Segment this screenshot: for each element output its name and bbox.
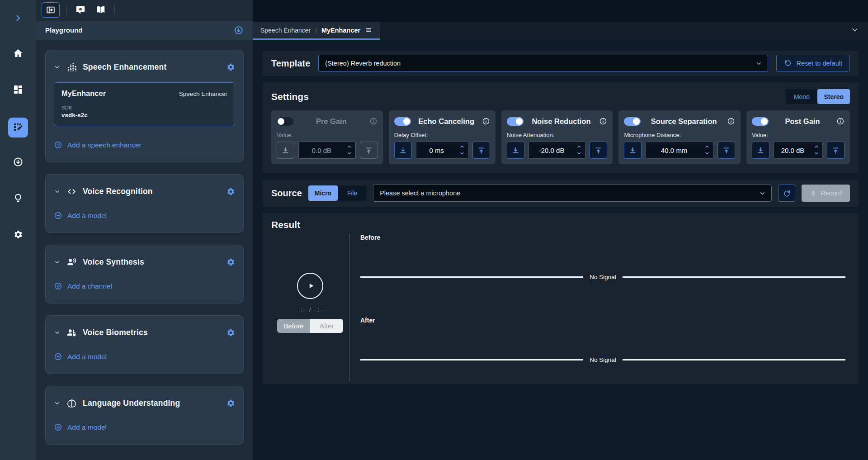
chevron-right-icon[interactable] <box>8 10 28 26</box>
chevron-down-icon[interactable] <box>54 400 61 407</box>
sidebar-section: Speech Enhancement MyEnhancer Speech Enh… <box>45 50 244 162</box>
phonetics-bubble-icon[interactable]: æ <box>74 3 87 17</box>
apply-value-button[interactable] <box>590 142 607 159</box>
apply-value-button[interactable] <box>360 142 377 159</box>
file-button[interactable]: File <box>338 185 367 201</box>
load-default-button[interactable] <box>507 142 524 159</box>
circle-download-icon[interactable] <box>8 154 28 170</box>
waveform-area: Before No Signal After No Signal <box>349 233 850 384</box>
lightbulb-icon[interactable] <box>8 190 28 206</box>
chevron-down-icon[interactable] <box>54 259 61 266</box>
add-link[interactable]: Add a model <box>54 352 107 361</box>
value-input[interactable]: 0 ms <box>416 142 468 159</box>
spinner-down-icon[interactable] <box>459 151 465 156</box>
gear-icon[interactable] <box>226 187 235 196</box>
apply-value-button[interactable] <box>717 142 735 159</box>
settings-heading: Settings <box>271 91 309 102</box>
parameter-label: Microphone Distance: <box>624 132 735 138</box>
chevron-down-icon[interactable] <box>54 188 61 195</box>
gear-icon[interactable] <box>8 226 28 242</box>
info-icon[interactable] <box>599 117 607 125</box>
record-button[interactable]: Record <box>802 185 850 202</box>
spinner-down-icon[interactable] <box>576 151 582 156</box>
spinner-down-icon[interactable] <box>814 151 819 156</box>
apply-value-button[interactable] <box>827 142 844 159</box>
info-icon[interactable] <box>482 117 490 125</box>
toggle-switch[interactable] <box>752 117 769 126</box>
spinner-up-icon[interactable] <box>459 144 465 149</box>
spinner-down-icon[interactable] <box>347 151 352 156</box>
tabs-dropdown-button[interactable] <box>842 22 868 40</box>
setting-title: Source Separation <box>645 117 722 126</box>
tab-myenhancer[interactable]: Speech Enhancer | MyEnhancer <box>253 22 380 40</box>
after-button[interactable]: After <box>310 319 343 333</box>
source-mode-toggle: Micro File <box>308 185 367 201</box>
no-signal-text: No Signal <box>590 274 616 280</box>
equalizer-icon <box>66 62 77 72</box>
info-icon[interactable] <box>369 117 377 125</box>
result-heading: Result <box>271 219 850 230</box>
home-icon[interactable] <box>8 45 28 62</box>
refresh-icon <box>783 189 791 198</box>
chevron-down-icon[interactable] <box>54 329 61 336</box>
spinner-up-icon[interactable] <box>704 144 710 149</box>
load-default-button[interactable] <box>277 142 294 159</box>
download-tray-icon <box>399 146 407 155</box>
info-icon[interactable] <box>727 117 735 125</box>
dashboard-icon[interactable] <box>8 81 28 98</box>
info-icon[interactable] <box>836 117 844 125</box>
value-input[interactable]: 0.0 dB <box>298 142 356 159</box>
gear-icon[interactable] <box>226 63 235 71</box>
hamburger-icon[interactable] <box>365 26 373 34</box>
gear-icon[interactable] <box>226 399 235 408</box>
panel-collapse-icon[interactable] <box>42 2 60 18</box>
before-button[interactable]: Before <box>277 319 310 333</box>
reset-to-default-button[interactable]: Reset to default <box>776 55 850 72</box>
mono-button[interactable]: Mono <box>786 89 817 104</box>
setting-card: Noise Reduction Noise Attenuation: -20.0… <box>501 110 613 164</box>
gear-icon[interactable] <box>226 328 235 337</box>
value-input[interactable]: -20.0 dB <box>528 142 586 159</box>
gear-icon[interactable] <box>226 258 235 266</box>
sidebar-title: Playground <box>45 26 83 34</box>
microphone-select[interactable]: Please select a microphone <box>373 185 772 202</box>
chevron-down-icon[interactable] <box>54 64 61 71</box>
load-default-button[interactable] <box>624 142 642 159</box>
spinner-up-icon[interactable] <box>576 144 582 149</box>
model-card[interactable]: MyEnhancer Speech Enhancer SDK vsdk-s2c <box>54 82 235 126</box>
microphone-icon <box>810 190 817 197</box>
play-button[interactable] <box>297 273 323 299</box>
template-select[interactable]: (Stereo) Reverb reduction <box>318 55 768 72</box>
load-default-button[interactable] <box>394 142 412 159</box>
spinner-down-icon[interactable] <box>704 151 710 156</box>
add-link[interactable]: Add a channel <box>54 282 112 290</box>
divider <box>114 5 115 15</box>
download-tray-icon <box>628 146 637 155</box>
toggle-switch[interactable] <box>624 117 641 126</box>
toggle-switch[interactable] <box>394 117 411 126</box>
add-link[interactable]: Add a model <box>54 211 107 220</box>
stereo-button[interactable]: Stereo <box>817 89 850 104</box>
top-strip <box>253 0 868 22</box>
book-open-icon[interactable] <box>94 3 108 17</box>
add-link[interactable]: Add a model <box>54 423 107 432</box>
parameter-label: Delay Offset: <box>394 132 490 138</box>
plus-circle-icon <box>54 141 62 149</box>
add-link[interactable]: Add a speech enhancer <box>54 141 142 149</box>
sidebar-header: Playground <box>36 20 253 40</box>
code-icon <box>66 186 77 197</box>
spinner-up-icon[interactable] <box>347 144 352 149</box>
load-default-button[interactable] <box>752 142 769 159</box>
circle-download-icon[interactable] <box>234 25 244 35</box>
refresh-devices-button[interactable] <box>778 185 795 202</box>
playground-icon[interactable] <box>8 118 28 138</box>
apply-value-button[interactable] <box>472 142 490 159</box>
toggle-switch[interactable] <box>507 117 524 126</box>
value-input[interactable]: 40.0 mm <box>646 142 713 159</box>
after-waveform: No Signal <box>360 356 845 363</box>
value-input[interactable]: 20.0 dB <box>774 142 823 159</box>
toggle-switch[interactable] <box>277 117 293 126</box>
micro-button[interactable]: Micro <box>308 185 338 201</box>
spinner-up-icon[interactable] <box>814 144 819 149</box>
value-text: 0.0 dB <box>312 147 331 154</box>
